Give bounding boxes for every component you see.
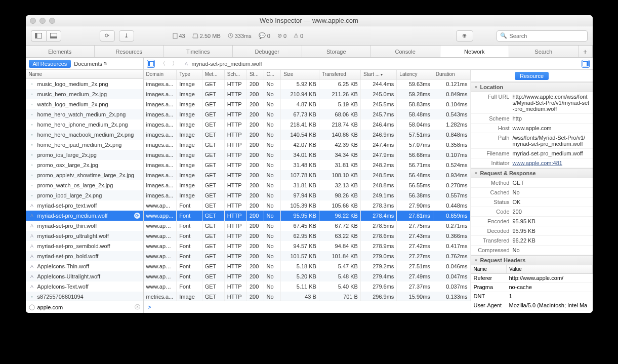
resource-tab-pill[interactable]: Resource [515, 72, 549, 80]
column-header[interactable]: Latency [397, 70, 433, 79]
request-headers-section-header[interactable]: Request Headers [471, 255, 593, 265]
list-item[interactable]: ▫home_hero_iphone_medium_2x.png [26, 119, 143, 130]
download-button[interactable]: ⤓ [119, 30, 134, 42]
file-list[interactable]: ▫music_logo_medium_2x.png▫music_hero_med… [26, 79, 143, 301]
location-section-header[interactable]: Location [471, 82, 593, 92]
list-item[interactable]: ▫home_hero_ipad_medium_2x.png [26, 140, 143, 150]
list-item[interactable]: ▫music_logo_medium_2x.png [26, 79, 143, 89]
console-prompt[interactable]: > [144, 301, 471, 313]
header-col[interactable]: Name [471, 265, 507, 273]
table-row[interactable]: www.apple...FontGETHTTP200No5.20 KB5.48 … [144, 271, 471, 281]
forward-button[interactable]: 〉 [171, 60, 179, 68]
inspect-element-button[interactable]: ⊕ [456, 30, 473, 42]
reqresp-section-header[interactable]: Request & Response [471, 168, 593, 178]
list-item[interactable]: AAppleIcons-Ultralight.woff [26, 271, 143, 281]
list-item[interactable]: ▫promo_osx_large_2x.jpg [26, 160, 143, 170]
table-row[interactable]: images.a...ImageGETHTTP200No107.78 KB108… [144, 170, 471, 180]
filter-input[interactable] [37, 304, 132, 310]
tab-network[interactable]: Network [440, 46, 510, 57]
clear-filter-button[interactable]: ⓧ [135, 303, 140, 311]
table-row[interactable]: www.apple...FontGETHTTP200No67.45 KB67.7… [144, 221, 471, 231]
table-row[interactable]: images.a...ImageGETHTTP200No67.73 KB68.0… [144, 109, 471, 119]
column-header[interactable]: Sch... [224, 70, 246, 79]
resource-filter-pill[interactable]: All Resources [29, 60, 71, 68]
list-item[interactable]: ▫promo_watch_os_large_2x.jpg [26, 180, 143, 190]
tab-console[interactable]: Console [371, 46, 440, 57]
list-item[interactable]: ▫watch_logo_medium_2x.png [26, 99, 143, 109]
column-header[interactable]: Domain [144, 70, 177, 79]
table-row[interactable]: images.a...ImageGETHTTP200No4.87 KB5.19 … [144, 99, 471, 109]
table-row[interactable]: images.a...ImageGETHTTP200No140.54 KB140… [144, 130, 471, 140]
column-header[interactable]: Met... [202, 70, 224, 79]
list-item[interactable]: ▫home_hero_macbook_medium_2x.png [26, 130, 143, 140]
toolbar-search[interactable]: 🔍 [497, 30, 588, 42]
image-icon: ▫ [29, 111, 35, 118]
list-item[interactable]: ▫s87255708801094 [26, 292, 143, 301]
column-header[interactable]: Size [281, 70, 319, 79]
table-row[interactable]: www.apple...FontGETHTTP200No62.95 KB63.2… [144, 231, 471, 241]
table-row[interactable]: www.apple...FontGETHTTP200No94.57 KB94.8… [144, 241, 471, 251]
search-input[interactable] [510, 33, 584, 39]
dock-bottom-button[interactable] [46, 30, 61, 42]
column-header[interactable]: Start ... [360, 70, 396, 79]
name-column-header[interactable]: Name [26, 70, 143, 79]
minimize-icon[interactable] [39, 18, 46, 24]
dock-side-button[interactable] [31, 30, 46, 42]
summary-stats: 43 2.50 MB 333ms 💬0 ⊘0 ⚠0 [173, 32, 304, 39]
table-row[interactable]: images.a...ImageGETHTTP200No34.01 KB34.3… [144, 150, 471, 160]
table-row[interactable]: images.a...ImageGETHTTP200No218.41 KB218… [144, 119, 471, 130]
toggle-right-sidebar-button[interactable] [582, 60, 590, 68]
reload-button[interactable]: ⟳ [100, 30, 115, 42]
list-item[interactable]: Amyriad-set-pro_bold.woff [26, 251, 143, 261]
list-item[interactable]: ▫music_hero_medium_2x.jpg [26, 89, 143, 99]
tab-elements[interactable]: Elements [26, 46, 95, 57]
close-icon[interactable] [30, 18, 36, 24]
table-row[interactable]: images.a...ImageGETHTTP200No42.07 KB42.3… [144, 140, 471, 150]
tab-timelines[interactable]: Timelines [164, 46, 233, 57]
network-grid[interactable]: DomainTypeMet...Sch...St...C...SizeTrans… [144, 70, 471, 301]
tab-storage[interactable]: Storage [302, 46, 372, 57]
breadcrumb[interactable]: A myriad-set-pro_medium.woff [183, 60, 262, 67]
scope-dropdown[interactable]: Documents ⇅ [74, 61, 107, 67]
header-col[interactable]: Value [507, 265, 593, 273]
column-header[interactable]: C... [264, 70, 281, 79]
tab-resources[interactable]: Resources [95, 46, 164, 57]
list-item[interactable]: ▫promo_ipod_large_2x.png [26, 190, 143, 200]
column-header[interactable]: Duration [433, 70, 470, 79]
table-row[interactable]: images.a...ImageGETHTTP200No97.94 KB98.2… [144, 190, 471, 200]
table-row[interactable]: images.a...ImageGETHTTP200No210.94 KB211… [144, 89, 471, 99]
svg-rect-4 [173, 33, 177, 38]
list-item[interactable]: Amyriad-set-pro_medium.woff⟳ [26, 211, 143, 221]
table-row[interactable]: www.ap...FontGETHTTP200No105.39 KB105.66… [144, 200, 471, 211]
initiator-link[interactable]: www.apple.com:481 [513, 160, 562, 166]
table-row[interactable]: images.a...ImageGETHTTP200No31.81 KB32.1… [144, 180, 471, 190]
tab-search[interactable]: Search [509, 46, 579, 57]
table-row[interactable]: www.apple...FontGETHTTP200No101.57 KB101… [144, 251, 471, 261]
list-item[interactable]: AAppleIcons-Text.woff [26, 281, 143, 292]
zoom-icon[interactable] [49, 18, 55, 24]
table-row[interactable]: www.apple...FontGETHTTP200No5.18 KB5.47 … [144, 261, 471, 271]
list-item[interactable]: Amyriad-set-pro_ultralight.woff [26, 231, 143, 241]
table-row[interactable]: www.apple...FontGETHTTP200No5.11 KB5.40 … [144, 281, 471, 292]
table-row[interactable]: www.app...FontGETHTTP200No95.95 KB96.22 … [144, 211, 471, 221]
table-row[interactable]: metrics.a...ImageGETHTTP200No43 B701 B29… [144, 292, 471, 301]
image-icon: ▫ [29, 81, 35, 88]
list-item[interactable]: ▫home_hero_watch_medium_2x.png [26, 109, 143, 119]
list-item[interactable]: Amyriad-set-pro_semibold.woff [26, 241, 143, 251]
toggle-left-sidebar-button[interactable] [147, 60, 155, 68]
list-item[interactable]: ▫promo_appletv_showtime_large_2x.jpg [26, 170, 143, 180]
list-item[interactable]: ▫promo_ios_large_2x.jpg [26, 150, 143, 160]
new-tab-button[interactable]: + [579, 46, 593, 57]
column-header[interactable]: Transfered [319, 70, 360, 79]
list-item[interactable]: Amyriad-set-pro_text.woff [26, 200, 143, 211]
list-item[interactable]: Amyriad-set-pro_thin.woff [26, 221, 143, 231]
list-item[interactable]: AAppleIcons-Thin.woff [26, 261, 143, 271]
font-icon: A [29, 243, 35, 250]
tab-debugger[interactable]: Debugger [233, 46, 302, 57]
column-header[interactable]: St... [246, 70, 264, 79]
back-button[interactable]: 〈 [159, 60, 167, 68]
table-row[interactable]: images.a...ImageGETHTTP200No31.48 KB31.8… [144, 160, 471, 170]
column-header[interactable]: Type [177, 70, 202, 79]
file-name: myriad-set-pro_ultralight.woff [37, 233, 109, 239]
table-row[interactable]: images.a...ImageGETHTTP200No5.92 KB6.25 … [144, 79, 471, 89]
